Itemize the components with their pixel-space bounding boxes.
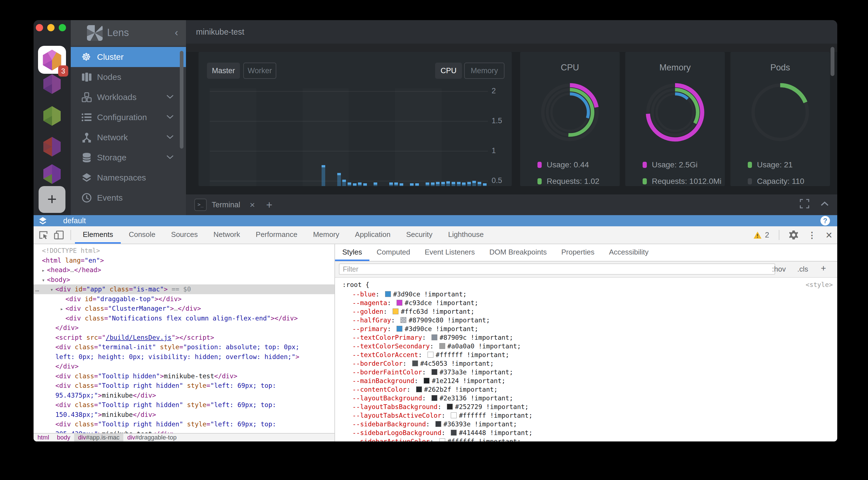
dom-node-line[interactable]: <html lang="en">: [34, 255, 335, 266]
css-property[interactable]: --golden: #ffc63d !important;: [352, 307, 474, 316]
devtools-tab-elements[interactable]: Elements: [75, 226, 121, 244]
css-property[interactable]: --sidebarActiveColor: #ffffff !important…: [352, 437, 521, 441]
inspect-element-icon[interactable]: [39, 230, 49, 240]
terminal-tab[interactable]: Terminal: [212, 201, 240, 209]
cluster-icon-2[interactable]: [43, 74, 61, 95]
sidebar-item-network[interactable]: Network: [71, 127, 186, 147]
breadcrumb-item[interactable]: body: [53, 434, 74, 441]
sidebar-item-workloads[interactable]: Workloads: [71, 87, 186, 107]
css-property[interactable]: --contentColor: #262b2f !important;: [352, 385, 498, 394]
cpu-metric-tab[interactable]: CPU: [435, 63, 462, 79]
sidebar-scrollbar[interactable]: [180, 51, 183, 149]
devtools-close-icon[interactable]: ×: [826, 229, 832, 241]
sidebar-item-events[interactable]: Events: [71, 188, 186, 208]
styles-tab-event-listeners[interactable]: Event Listeners: [417, 244, 482, 261]
css-property[interactable]: --textColorSecondary: #a0a0a0 !important…: [352, 342, 521, 351]
dom-node-line[interactable]: left: 0px; height: 0px; visibility: hidd…: [34, 352, 335, 362]
sidebar-item-configuration[interactable]: Configuration: [71, 107, 186, 127]
css-property[interactable]: --borderColor: #4c5053 !important;: [352, 359, 494, 368]
dom-node-line[interactable]: <div id="draggable-top"></div>: [34, 294, 335, 304]
macos-close-button[interactable]: [36, 24, 43, 31]
dom-node-line[interactable]: <div class="Tooltip right hidden" style=…: [34, 419, 335, 429]
breadcrumb-item[interactable]: div#app.is-mac: [74, 434, 123, 441]
sidebar-item-nodes[interactable]: Nodes: [71, 67, 186, 87]
add-cluster-button[interactable]: +: [39, 186, 65, 213]
device-toolbar-icon[interactable]: [54, 230, 64, 240]
terminal-close-icon[interactable]: ×: [250, 200, 255, 210]
dom-node-line[interactable]: <div class="Tooltip right hidden" style=…: [34, 381, 335, 390]
sidebar-collapse-icon[interactable]: ‹: [175, 27, 178, 39]
styles-tab-dom-breakpoints[interactable]: DOM Breakpoints: [482, 244, 554, 261]
master-node-tab[interactable]: Master: [207, 63, 240, 79]
css-property[interactable]: --borderFaintColor: #373a3e !important;: [352, 368, 513, 377]
dom-node-line[interactable]: </div>: [34, 323, 335, 333]
new-style-rule-icon[interactable]: +: [821, 263, 826, 274]
dom-node-line[interactable]: <div class="terminal-init" style="positi…: [34, 342, 335, 352]
css-property[interactable]: --textColorAccent: #ffffff !important;: [352, 351, 509, 359]
gear-icon[interactable]: [789, 230, 798, 240]
dom-node-line[interactable]: <script src="/build/LensDev.js"></script…: [34, 333, 335, 343]
styles-tab-computed[interactable]: Computed: [369, 244, 417, 261]
more-options-icon[interactable]: ⋮: [808, 230, 816, 240]
terminal-add-icon[interactable]: +: [266, 199, 272, 211]
dom-node-line[interactable]: <!DOCTYPE html>: [34, 246, 335, 255]
css-property[interactable]: --textColorPrimary: #87909c !important;: [352, 333, 513, 342]
dom-node-line[interactable]: 95.4375px;">minikube</div>: [34, 390, 335, 400]
dashboard-scrollbar[interactable]: [831, 47, 834, 76]
dom-node-line[interactable]: ▸<div class="ClusterManager">…</div>: [34, 304, 335, 313]
sidebar-item-namespaces[interactable]: Namespaces: [71, 168, 186, 188]
elements-tree[interactable]: <!DOCTYPE html><html lang="en">▸<head>…<…: [34, 244, 335, 434]
cluster-icon-3[interactable]: [43, 106, 61, 126]
dom-node-line[interactable]: ▸<head>…</head>: [34, 265, 335, 275]
css-property[interactable]: --layoutTabsBackground: #252729 !importa…: [352, 403, 529, 411]
devtools-tab-sources[interactable]: Sources: [163, 226, 206, 244]
macos-minimize-button[interactable]: [47, 24, 55, 31]
devtools-tab-console[interactable]: Console: [121, 226, 163, 244]
help-button[interactable]: ?: [820, 216, 830, 226]
dom-node-line[interactable]: …▾<div id="app" class="is-mac"> == $0: [34, 284, 335, 294]
dom-node-line[interactable]: <div class="Tooltip right hidden" style=…: [34, 400, 335, 410]
css-property[interactable]: --blue: #3d90ce !important;: [352, 290, 467, 299]
styles-filter-input[interactable]: [339, 264, 775, 275]
cluster-icon-5[interactable]: [43, 164, 61, 184]
css-property[interactable]: --halfGray: #87909c80 !important;: [352, 316, 490, 325]
styles-tab-accessibility[interactable]: Accessibility: [602, 244, 656, 261]
styles-tab-styles[interactable]: Styles: [335, 244, 369, 261]
breadcrumb-item[interactable]: div#draggable-top: [123, 434, 180, 441]
dom-node-line[interactable]: ▾<body>: [34, 275, 335, 285]
devtools-tab-network[interactable]: Network: [206, 226, 248, 244]
css-property[interactable]: --layoutBackground: #2e3136 !important;: [352, 394, 513, 403]
dom-node-line[interactable]: <div class="Tooltip hidden">minikube-tes…: [34, 371, 335, 381]
dom-node-line[interactable]: </div>: [34, 362, 335, 371]
devtools-tab-memory[interactable]: Memory: [305, 226, 347, 244]
toggle-class-editor[interactable]: .cls: [797, 265, 808, 274]
styles-rules[interactable]: :root { <style> --blue: #3d90ce !importa…: [335, 278, 837, 441]
css-property[interactable]: --sidebarLogoBackground: #414448 !import…: [352, 428, 532, 437]
css-property[interactable]: --magenta: #c93dce !important;: [352, 299, 478, 307]
css-source-link[interactable]: <style>: [806, 281, 833, 288]
dom-node-line[interactable]: <div class="Notifications flex column al…: [34, 313, 335, 323]
devtools-tab-security[interactable]: Security: [399, 226, 440, 244]
active-cluster-icon[interactable]: 3: [38, 46, 66, 74]
styles-tab-properties[interactable]: Properties: [554, 244, 602, 261]
devtools-tab-application[interactable]: Application: [347, 226, 398, 244]
warning-icon[interactable]: [753, 231, 762, 239]
macos-zoom-button[interactable]: [59, 24, 66, 31]
dock-collapse-icon[interactable]: [820, 201, 829, 206]
devtools-tab-performance[interactable]: Performance: [248, 226, 305, 244]
breadcrumb-item[interactable]: html: [34, 434, 53, 441]
cluster-icon-4[interactable]: [43, 136, 61, 157]
worker-node-tab[interactable]: Worker: [243, 63, 276, 79]
css-property[interactable]: --primary: #3d90ce !important;: [352, 325, 478, 333]
namespace-name[interactable]: default: [63, 216, 86, 225]
toggle-hover-state[interactable]: :hov: [772, 265, 786, 274]
dom-node-line[interactable]: 150.438px;">minikube</div>: [34, 410, 335, 420]
sidebar-item-cluster[interactable]: ☸ Cluster: [71, 47, 186, 67]
fullscreen-icon[interactable]: [800, 199, 809, 208]
devtools-tab-lighthouse[interactable]: Lighthouse: [440, 226, 491, 244]
memory-metric-tab[interactable]: Memory: [464, 63, 504, 79]
sidebar-item-storage[interactable]: Storage: [71, 147, 186, 168]
css-property[interactable]: --sidebarBackground: #36393e !important;: [352, 420, 517, 428]
css-property[interactable]: --layoutTabsActiveColor: #ffffff !import…: [352, 411, 532, 420]
css-property[interactable]: --mainBackground: #1e2124 !important;: [352, 377, 505, 385]
